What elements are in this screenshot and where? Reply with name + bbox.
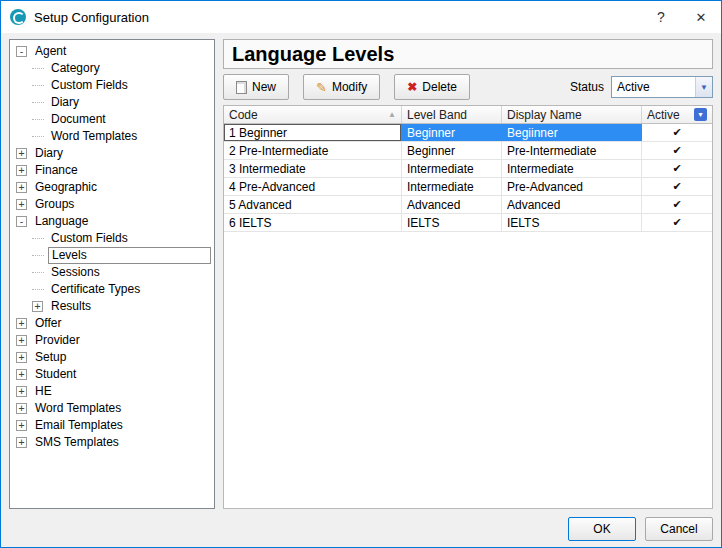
tree-item-diary[interactable]: Diary	[12, 94, 214, 111]
levels-table: Code ▲ Level Band Display Name Active ▼ …	[223, 105, 713, 509]
tree-item-label: Custom Fields	[48, 231, 131, 246]
tree-item-provider[interactable]: +Provider	[12, 332, 214, 349]
new-button[interactable]: New	[223, 74, 289, 100]
cell-level-band[interactable]: Intermediate	[402, 160, 502, 177]
expand-icon[interactable]: +	[16, 420, 27, 431]
help-button[interactable]: ?	[641, 1, 681, 33]
tree-item-language[interactable]: -Language	[12, 213, 214, 230]
cell-active[interactable]: ✔	[642, 142, 712, 159]
cell-level-band[interactable]: Beginner	[402, 142, 502, 159]
tree-item-label: Email Templates	[32, 418, 126, 433]
cell-active[interactable]: ✔	[642, 196, 712, 213]
tree-item-levels[interactable]: Levels	[12, 247, 214, 264]
expand-icon[interactable]: +	[16, 386, 27, 397]
cell-code[interactable]: 1 Beginner	[224, 124, 402, 141]
checkbox-checked-icon[interactable]: ✔	[672, 163, 681, 174]
tree-item-student[interactable]: +Student	[12, 366, 214, 383]
tree-item-category[interactable]: Category	[12, 60, 214, 77]
checkbox-checked-icon[interactable]: ✔	[672, 145, 681, 156]
cell-code[interactable]: 4 Pre-Advanced	[224, 178, 402, 195]
table-row[interactable]: 5 AdvancedAdvancedAdvanced✔	[224, 196, 712, 214]
tree-item-finance[interactable]: +Finance	[12, 162, 214, 179]
tree-item-label: Results	[48, 299, 94, 314]
tree-item-word-templates[interactable]: +Word Templates	[12, 400, 214, 417]
table-row[interactable]: 1 BeginnerBeginnerBegiinner✔	[224, 124, 712, 142]
cell-active[interactable]: ✔	[642, 124, 712, 141]
cell-level-band[interactable]: Beginner	[402, 124, 502, 141]
cell-display-name[interactable]: Pre-Intermediate	[502, 142, 642, 159]
new-button-label: New	[252, 80, 276, 94]
cell-code[interactable]: 3 Intermediate	[224, 160, 402, 177]
cell-display-name[interactable]: Pre-Advanced	[502, 178, 642, 195]
cancel-button[interactable]: Cancel	[645, 517, 713, 541]
tree-item-label: Custom Fields	[48, 78, 131, 93]
column-header-display-name[interactable]: Display Name	[502, 106, 642, 123]
cell-code[interactable]: 2 Pre-Intermediate	[224, 142, 402, 159]
filter-icon[interactable]: ▼	[694, 108, 707, 121]
status-dropdown[interactable]: Active ▼	[611, 76, 713, 98]
tree-item-agent[interactable]: -Agent	[12, 43, 214, 60]
expand-icon[interactable]: +	[32, 301, 43, 312]
cell-active[interactable]: ✔	[642, 160, 712, 177]
pencil-icon: ✎	[316, 81, 327, 94]
collapse-icon[interactable]: -	[16, 46, 27, 57]
cell-level-band[interactable]: Intermediate	[402, 178, 502, 195]
table-row[interactable]: 2 Pre-IntermediateBeginnerPre-Intermedia…	[224, 142, 712, 160]
column-header-code[interactable]: Code ▲	[224, 106, 402, 123]
expand-icon[interactable]: +	[16, 182, 27, 193]
tree-item-certificate-types[interactable]: Certificate Types	[12, 281, 214, 298]
tree-item-word-templates[interactable]: Word Templates	[12, 128, 214, 145]
tree-item-email-templates[interactable]: +Email Templates	[12, 417, 214, 434]
tree-item-label: Agent	[32, 44, 69, 59]
expand-icon[interactable]: +	[16, 403, 27, 414]
checkbox-checked-icon[interactable]: ✔	[672, 181, 681, 192]
cell-display-name[interactable]: Advanced	[502, 196, 642, 213]
cell-code[interactable]: 5 Advanced	[224, 196, 402, 213]
table-row[interactable]: 4 Pre-AdvancedIntermediatePre-Advanced✔	[224, 178, 712, 196]
tree-item-diary[interactable]: +Diary	[12, 145, 214, 162]
expand-icon[interactable]: +	[16, 335, 27, 346]
tree-item-he[interactable]: +HE	[12, 383, 214, 400]
tree-item-document[interactable]: Document	[12, 111, 214, 128]
tree-item-groups[interactable]: +Groups	[12, 196, 214, 213]
tree-item-offer[interactable]: +Offer	[12, 315, 214, 332]
modify-button[interactable]: ✎ Modify	[303, 74, 380, 100]
checkbox-checked-icon[interactable]: ✔	[672, 217, 681, 228]
tree-connector	[32, 238, 44, 239]
collapse-icon[interactable]: -	[16, 216, 27, 227]
delete-button[interactable]: ✖ Delete	[394, 74, 470, 100]
expand-icon[interactable]: +	[16, 165, 27, 176]
expand-icon[interactable]: +	[16, 352, 27, 363]
checkbox-checked-icon[interactable]: ✔	[672, 127, 681, 138]
tree-item-setup[interactable]: +Setup	[12, 349, 214, 366]
tree-item-sms-templates[interactable]: +SMS Templates	[12, 434, 214, 451]
expand-icon[interactable]: +	[16, 318, 27, 329]
table-row[interactable]: 3 IntermediateIntermediateIntermediate✔	[224, 160, 712, 178]
ok-button[interactable]: OK	[568, 517, 636, 541]
cell-code[interactable]: 6 IELTS	[224, 214, 402, 231]
tree-item-geographic[interactable]: +Geographic	[12, 179, 214, 196]
chevron-down-icon[interactable]: ▼	[695, 77, 712, 97]
expand-icon[interactable]: +	[16, 369, 27, 380]
tree-item-label: Certificate Types	[48, 282, 143, 297]
cell-level-band[interactable]: IELTS	[402, 214, 502, 231]
tree-item-sessions[interactable]: Sessions	[12, 264, 214, 281]
expand-icon[interactable]: +	[16, 199, 27, 210]
expand-icon[interactable]: +	[16, 437, 27, 448]
column-header-level-band[interactable]: Level Band	[402, 106, 502, 123]
tree-item-custom-fields[interactable]: Custom Fields	[12, 77, 214, 94]
table-row[interactable]: 6 IELTSIELTSIELTS✔	[224, 214, 712, 232]
cell-active[interactable]: ✔	[642, 214, 712, 231]
tree-item-results[interactable]: +Results	[12, 298, 214, 315]
cell-level-band[interactable]: Advanced	[402, 196, 502, 213]
cell-active[interactable]: ✔	[642, 178, 712, 195]
cell-display-name[interactable]: Intermediate	[502, 160, 642, 177]
close-button[interactable]: ✕	[681, 1, 721, 33]
expand-icon[interactable]: +	[16, 148, 27, 159]
cell-display-name[interactable]: IELTS	[502, 214, 642, 231]
checkbox-checked-icon[interactable]: ✔	[672, 199, 681, 210]
tree-connector	[32, 68, 44, 69]
column-header-active[interactable]: Active ▼	[642, 106, 712, 123]
tree-item-custom-fields[interactable]: Custom Fields	[12, 230, 214, 247]
cell-display-name[interactable]: Begiinner	[502, 124, 642, 141]
